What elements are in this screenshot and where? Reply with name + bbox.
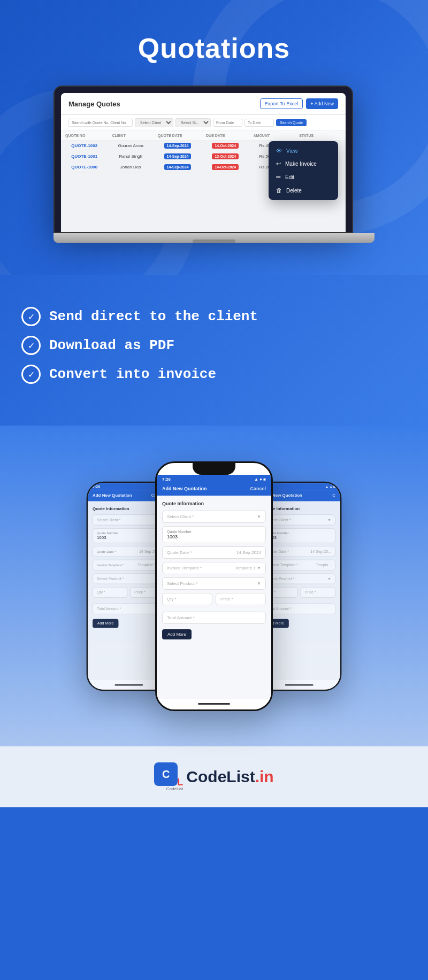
phone-center-product-icon: ▼	[257, 581, 261, 586]
features-section: ✓ Send direct to the client ✓ Download a…	[0, 275, 428, 426]
cell-quote-no: QUOTE-1002	[61, 141, 108, 151]
cell-quote-date: 14-Sep-2024	[154, 162, 202, 173]
phones-section: 7:26 ▲ ● ■ Add New Quotation Cancel Quot…	[0, 426, 428, 746]
search-quote-button[interactable]: Search Quote	[276, 119, 307, 126]
from-date-input[interactable]	[213, 119, 242, 127]
phone-center-section-title: Quote Information	[162, 501, 266, 506]
client-select[interactable]: Select Client	[135, 118, 173, 127]
cell-client: Gourav Arora	[108, 141, 154, 151]
cell-quote-date: 14-Sep-2024	[154, 141, 202, 151]
phone-center: 7:26 ▲ ● ■ Add New Quotation Cancel Quot…	[155, 461, 273, 711]
context-view-label: View	[286, 148, 298, 154]
feature-text-2: Download as PDF	[49, 337, 174, 353]
phone-center-date-label: Quote Date *	[167, 550, 192, 555]
feature-text-1: Send direct to the client	[49, 308, 258, 325]
logo-c-block: C L	[154, 762, 178, 786]
phone-right-date-value: 14-Sep-20...	[310, 549, 331, 553]
context-edit[interactable]: ✏ Edit	[269, 171, 338, 184]
phone-left-add-more[interactable]: Add More	[93, 619, 118, 628]
edit-icon: ✏	[276, 174, 281, 181]
check-icon-3: ✓	[21, 365, 41, 384]
phone-left-date-label: Quote Date *	[97, 549, 116, 552]
phone-left-select-client[interactable]: Select Client * ▼	[93, 514, 165, 525]
phone-right-select-client[interactable]: Select Client * ▼	[263, 514, 335, 525]
feature-1: ✓ Send direct to the client	[21, 307, 407, 326]
logo-brand: CodeList	[186, 768, 255, 785]
phone-center-price[interactable]: Price *	[216, 593, 266, 605]
cell-due-date: 14-Oct-2024	[202, 162, 249, 173]
cell-client: Rahul Singh	[108, 151, 154, 162]
phone-center-product-placeholder: Select Product *	[167, 581, 197, 586]
phone-center-client-placeholder: Select Client *	[167, 514, 194, 519]
phone-center-select-product[interactable]: Select Product * ▼	[162, 577, 266, 590]
phone-left-quote-label: Quote Number	[97, 531, 118, 534]
phone-center-template: Invoice Template * Template 1 ▼	[162, 562, 266, 574]
laptop-body: Manage Quotes Export To Excel + Add New …	[54, 86, 353, 233]
phone-right-cancel[interactable]: C	[332, 492, 335, 497]
phone-left-qty-label: Qty *	[97, 590, 105, 594]
phone-center-status-bar: 7:26 ▲ ● ■	[157, 475, 271, 483]
phone-right-price[interactable]: Price *	[301, 587, 335, 597]
phone-center-client-dropdown-icon: ▼	[257, 514, 261, 519]
cell-client: Johan Deo	[108, 162, 154, 173]
phone-right-home-indicator	[285, 684, 314, 685]
cell-quote-no: QUOTE-1001	[61, 151, 108, 162]
add-new-button[interactable]: + Add New	[306, 98, 338, 109]
phone-left-select-product[interactable]: Select Product * ▼	[93, 573, 165, 584]
phone-center-content: Quote Information Select Client * ▼ Quot…	[157, 496, 271, 699]
search-input[interactable]	[68, 119, 133, 127]
phone-center-qn-value: 1003	[167, 534, 192, 539]
context-make-invoice-label: Make Invoice	[285, 161, 317, 167]
phone-center-qty-label: Qty *	[167, 597, 177, 601]
invoice-icon: ↩	[276, 160, 281, 167]
context-view[interactable]: 👁 View	[269, 144, 338, 157]
export-excel-button[interactable]: Export To Excel	[260, 98, 303, 109]
phone-center-bottom	[157, 699, 271, 709]
phone-center-select-client[interactable]: Select Client * ▼	[162, 511, 266, 523]
phone-center-template-value: Template 1 ▼	[235, 566, 261, 570]
phone-center-quote-number: Quote Number 1003	[162, 526, 266, 543]
codelist-sub: CodeList	[166, 786, 184, 791]
phone-right-product-icon: ▼	[327, 576, 331, 581]
phone-center-cancel[interactable]: Cancel	[250, 486, 266, 491]
phone-left-time: 7:26	[93, 484, 100, 489]
col-amount: AMOUNT	[249, 131, 295, 141]
status-select[interactable]: Select St...	[175, 118, 211, 127]
check-icon-1: ✓	[21, 307, 41, 326]
cell-due-date: 14-Oct-2024	[202, 141, 249, 151]
phone-left-quote-value: 1003	[97, 535, 118, 540]
phone-left-quote-date: Quote Date * 14-Sep-2024	[93, 546, 165, 557]
filter-bar: Select Client Select St... Search Quote	[61, 115, 346, 131]
phone-left-total: Total Amount *	[93, 603, 165, 614]
hero-section: Quotations Manage Quotes Export To Excel…	[0, 0, 428, 275]
col-due-date: DUE DATE	[202, 131, 249, 141]
manage-quotes-header: Manage Quotes Export To Excel + Add New	[61, 93, 346, 115]
cell-quote-date: 14-Sep-2024	[154, 151, 202, 162]
footer-logo-section: C L CodeList CodeList.in	[0, 746, 428, 807]
phone-right-select-product[interactable]: Select Product * ▼	[263, 573, 335, 584]
phone-right-icons: ▲ ● ■	[325, 484, 335, 489]
phone-left-client-placeholder: Select Client *	[97, 518, 120, 522]
phone-center-date-value: 14-Sep-2024	[236, 550, 261, 555]
to-date-input[interactable]	[244, 119, 274, 127]
phone-center-time: 7:26	[162, 477, 171, 482]
phone-right-quote-number: Quote Number 1003	[263, 528, 335, 543]
phone-center-nav-title: Add New Quotation	[162, 486, 207, 491]
logo-domain: .in	[255, 768, 274, 785]
page-title: Quotations	[11, 32, 417, 64]
context-menu: 👁 View ↩ Make Invoice ✏ Edit 🗑	[269, 141, 338, 200]
context-delete[interactable]: 🗑 Delete	[269, 184, 338, 197]
cell-due-date: 13-Oct-2024	[202, 151, 249, 162]
phone-right-section-title: Quote Information	[263, 506, 335, 511]
phone-center-total: Total Amount *	[162, 612, 266, 624]
feature-text-3: Convert into invoice	[49, 366, 216, 382]
phone-right-price-label: Price *	[305, 590, 316, 594]
phone-center-nav: Add New Quotation Cancel	[157, 483, 271, 496]
phone-center-qty[interactable]: Qty *	[162, 593, 212, 605]
phone-left-qty[interactable]: Qty *	[93, 587, 127, 597]
context-make-invoice[interactable]: ↩ Make Invoice	[269, 157, 338, 171]
phone-right-total: Total Amount *	[263, 603, 335, 614]
phone-center-add-more[interactable]: Add More	[162, 629, 192, 639]
phone-left-nav-title: Add New Quotation	[93, 492, 132, 497]
phone-right-client-icon: ▼	[327, 518, 331, 522]
